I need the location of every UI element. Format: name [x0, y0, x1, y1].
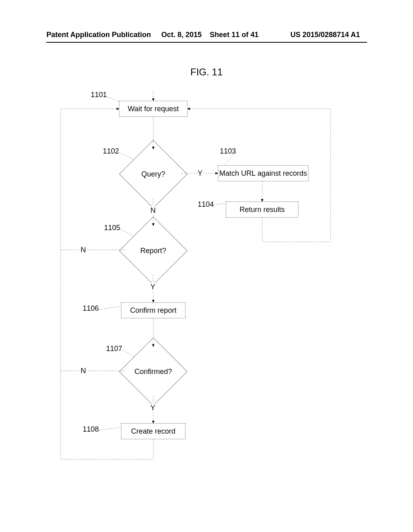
step-label: Match URL against records: [219, 169, 307, 178]
ref-1108: 1108: [83, 425, 99, 434]
decision-confirmed: Confirmed?: [129, 347, 177, 396]
decision-query: Query?: [129, 150, 177, 198]
decision-label: Confirmed?: [134, 368, 172, 376]
decision-report: Report?: [129, 227, 177, 275]
svg-line-8: [107, 97, 120, 102]
svg-line-11: [214, 204, 226, 205]
ref-1104: 1104: [198, 200, 214, 209]
flowchart-connectors: [0, 0, 413, 532]
step-label: Create record: [131, 427, 175, 436]
edge-label-n: N: [81, 246, 86, 254]
step-confirm-report: Confirm report: [121, 302, 186, 318]
edge-label-n: N: [81, 367, 86, 375]
step-label: Return results: [240, 206, 285, 214]
step-label: Wait for request: [128, 105, 179, 113]
step-return-results: Return results: [226, 202, 298, 218]
edge-label-y: Y: [150, 283, 155, 291]
edge-label-y: Y: [198, 169, 202, 178]
svg-line-13: [99, 306, 121, 310]
step-label: Confirm report: [130, 306, 176, 315]
step-create-record: Create record: [121, 423, 186, 439]
svg-line-15: [99, 427, 121, 430]
ref-1106: 1106: [83, 304, 99, 313]
decision-label: Query?: [141, 170, 165, 179]
ref-1105: 1105: [104, 224, 120, 232]
decision-label: Report?: [140, 247, 166, 255]
step-wait-for-request: Wait for request: [119, 101, 188, 117]
edge-label-n: N: [150, 206, 156, 215]
step-match-url: Match URL against records: [218, 165, 309, 181]
edge-label-y: Y: [150, 404, 155, 412]
ref-1107: 1107: [106, 345, 122, 353]
ref-1103: 1103: [220, 147, 236, 156]
page: Patent Application Publication Oct. 8, 2…: [0, 0, 413, 532]
ref-1101: 1101: [91, 91, 107, 99]
ref-1102: 1102: [103, 147, 119, 156]
